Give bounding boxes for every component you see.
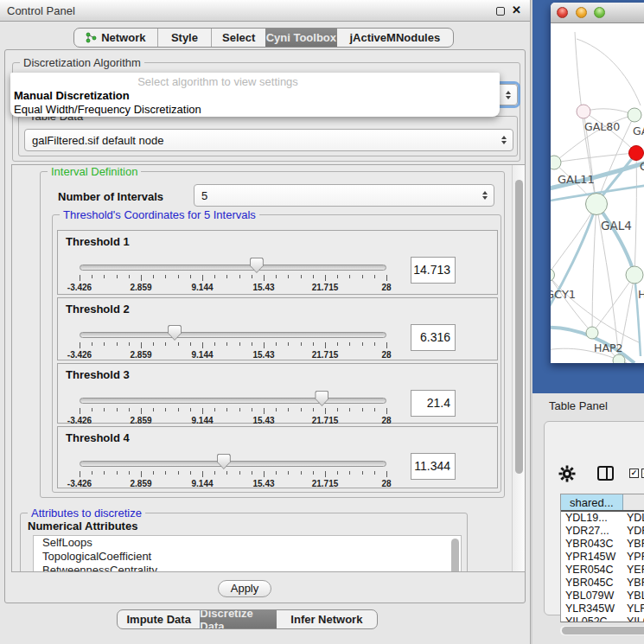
list-scrollbar-thumb[interactable] — [451, 539, 459, 572]
table-row[interactable]: YIL052CYIL0 — [561, 615, 644, 622]
split-columns-icon[interactable] — [597, 466, 614, 481]
network-node[interactable] — [613, 354, 625, 363]
network-node-hap2[interactable] — [586, 327, 598, 339]
float-window-icon[interactable] — [496, 7, 505, 16]
network-node-c[interactable] — [629, 146, 644, 161]
tick-mark — [264, 275, 265, 281]
network-node-gal4[interactable] — [586, 194, 608, 215]
table-row[interactable]: YDL19...YDL1 — [561, 512, 644, 525]
slider-thumb[interactable] — [168, 325, 182, 341]
gear-icon[interactable] — [558, 465, 576, 482]
tab-impute-data[interactable]: Impute Data — [118, 610, 200, 628]
cell-name[interactable]: YPR1 — [623, 551, 644, 564]
tick-mark — [288, 275, 289, 278]
cell-name[interactable]: YBR0 — [623, 577, 644, 590]
network-canvas[interactable]: GAL80GACGAL11GAL4GCY1HHAP2 — [551, 23, 644, 363]
tick-mark — [117, 471, 118, 475]
cell-name[interactable]: YDR2 — [623, 525, 644, 538]
threshold-slider[interactable]: -3.4262.8599.14415.4321.71528 — [80, 257, 386, 293]
tab-cyni-toolbox[interactable]: Cyni Toolbox — [265, 29, 337, 47]
tab-jactivemnodules[interactable]: jActiveMNodules — [337, 29, 453, 47]
tick-mark — [117, 408, 118, 411]
threshold-value-field[interactable]: 6.316 — [411, 324, 456, 351]
threshold-slider[interactable]: -3.4262.8599.14415.4321.71528 — [80, 390, 386, 426]
table-row[interactable]: YER054CYER0 — [561, 564, 644, 577]
slider-track[interactable] — [80, 265, 386, 271]
tick-mark — [239, 275, 240, 278]
cell-name[interactable]: YBL0 — [623, 590, 644, 603]
table-row[interactable]: YPR145WYPR1 — [561, 551, 644, 564]
table-row[interactable]: YBR045CYBR0 — [561, 577, 644, 590]
attribute-item[interactable]: SelfLoops — [34, 536, 461, 550]
tick-label: 28 — [381, 283, 391, 292]
slider-track[interactable] — [80, 398, 386, 404]
cell-shared-name[interactable]: YLR345W — [561, 603, 623, 615]
tick-mark — [80, 471, 80, 477]
column-header-name[interactable]: n — [623, 494, 644, 510]
tab-discretize-data[interactable]: Discretize Data — [200, 610, 276, 628]
cell-name[interactable]: YBR0 — [623, 538, 644, 551]
tab-infer-network[interactable]: Infer Network — [277, 610, 377, 628]
number-of-intervals-value: 5 — [201, 189, 207, 202]
cell-shared-name[interactable]: YBL079W — [561, 590, 623, 603]
cell-shared-name[interactable]: YPR145W — [561, 551, 623, 564]
tick-mark — [226, 275, 227, 278]
network-node-gcy1[interactable] — [551, 269, 555, 282]
tick-mark — [190, 275, 191, 278]
cell-name[interactable]: YIL0 — [623, 615, 644, 622]
table-row[interactable]: YBL079WYBL0 — [561, 590, 644, 603]
algorithm-option-equal-width[interactable]: Equal Width/Frequency Discretization — [14, 103, 201, 116]
tick-label: 28 — [381, 350, 391, 360]
slider-thumb[interactable] — [250, 258, 264, 273]
zoom-traffic-light[interactable] — [594, 7, 605, 18]
horizontal-scrollbar[interactable] — [560, 626, 644, 635]
number-of-intervals-combobox[interactable]: 5 — [194, 184, 494, 207]
network-node-gal11[interactable] — [551, 156, 561, 169]
apply-button[interactable]: Apply — [218, 580, 271, 597]
cell-name[interactable]: YLR3 — [623, 603, 644, 615]
tick-mark — [313, 275, 314, 278]
slider-track[interactable] — [80, 332, 386, 338]
cell-shared-name[interactable]: YBR045C — [561, 577, 623, 590]
cell-shared-name[interactable]: YDR27... — [561, 525, 623, 538]
table-row[interactable]: YDR27...YDR2 — [561, 525, 644, 538]
close-traffic-light[interactable] — [557, 7, 568, 18]
column-header-shared-name[interactable]: shared... — [561, 494, 623, 510]
tick-mark — [276, 471, 277, 475]
horizontal-scrollbar-thumb[interactable] — [562, 627, 644, 634]
network-node-ga[interactable] — [628, 108, 641, 122]
threshold-value-field[interactable]: 21.4 — [411, 390, 456, 417]
tick-mark — [337, 408, 338, 411]
tab-network[interactable]: Network — [74, 29, 157, 47]
algorithm-option-manual[interactable]: Manual Discretization — [14, 89, 130, 102]
vertical-scrollbar[interactable] — [512, 165, 525, 571]
attribute-item[interactable]: TopologicalCoefficient — [34, 550, 461, 564]
cell-name[interactable]: YER0 — [623, 564, 644, 577]
node-label: GAL4 — [601, 219, 632, 233]
threshold-slider[interactable]: -3.4262.8599.14415.4321.71528 — [80, 453, 386, 489]
table-row[interactable]: YLR345WYLR3 — [561, 603, 644, 615]
cell-shared-name[interactable]: YDL19... — [561, 512, 623, 525]
slider-thumb[interactable] — [217, 454, 231, 469]
cell-name[interactable]: YDL1 — [623, 512, 644, 525]
tick-mark — [301, 471, 302, 475]
cell-shared-name[interactable]: YBR043C — [561, 538, 623, 551]
cell-shared-name[interactable]: YIL052C — [561, 615, 623, 622]
slider-track[interactable] — [80, 461, 386, 467]
tab-select[interactable]: Select — [211, 29, 265, 47]
tab-style[interactable]: Style — [157, 29, 212, 47]
close-icon[interactable]: ✕ — [512, 3, 521, 16]
network-node-gal80[interactable] — [577, 105, 590, 118]
minimize-traffic-light[interactable] — [576, 7, 587, 18]
cell-shared-name[interactable]: YER054C — [561, 564, 623, 577]
attribute-item[interactable]: BetweennessCentrality — [34, 564, 461, 572]
checkbox-icon[interactable]: ✓ — [629, 469, 639, 478]
vertical-scrollbar-thumb[interactable] — [515, 180, 523, 474]
threshold-value-field[interactable]: 14.713 — [411, 257, 456, 284]
threshold-slider[interactable]: -3.4262.8599.14415.4321.71528 — [80, 324, 386, 360]
threshold-value-field[interactable]: 11.344 — [411, 453, 456, 480]
network-node-h[interactable] — [626, 266, 643, 284]
slider-thumb[interactable] — [315, 391, 328, 406]
table-row[interactable]: YBR043CYBR0 — [561, 538, 644, 551]
table-data-combobox[interactable]: galFiltered.sif default node — [24, 129, 513, 151]
